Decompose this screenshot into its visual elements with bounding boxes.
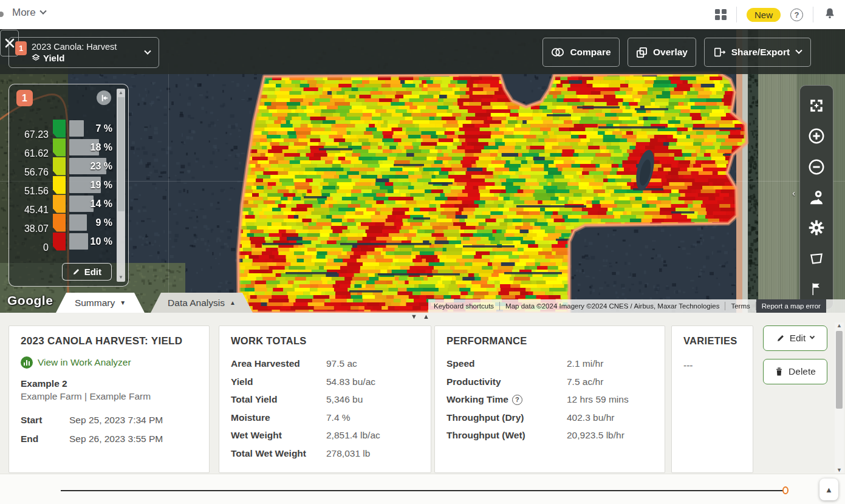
top-bar: More New ?	[0, 0, 845, 29]
stat-row: Area Harvested 97.5 ac	[231, 358, 419, 369]
toolbar-collapse-chevron[interactable]: ‹	[792, 188, 795, 198]
panel-resize-arrows[interactable]: ▼▲	[411, 313, 429, 320]
dataset-details-card: 2023 CANOLA HARVEST: YIELD View in Work …	[9, 325, 210, 473]
end-label: End	[21, 434, 69, 444]
collapse-down-icon[interactable]: ▼	[411, 313, 417, 320]
varieties-card: VARIETIES ---	[671, 325, 753, 473]
legend-number-badge: 1	[16, 90, 33, 106]
chevron-down-icon: ▼	[120, 299, 126, 306]
expand-panel-button[interactable]: ▲	[819, 478, 838, 500]
stat-label: Moisture	[231, 412, 326, 423]
stat-label: Wet Weight	[231, 430, 326, 441]
pencil-icon	[72, 268, 80, 276]
map-viewport[interactable]: 1 2023 Canola: Harvest Yield Compare Ove…	[0, 29, 845, 313]
fullscreen-icon[interactable]	[804, 94, 829, 118]
keyboard-shortcuts-link[interactable]: Keyboard shortcuts	[428, 302, 499, 310]
stat-row: Working Time? 12 hrs 59 mins	[446, 394, 653, 405]
performance-rows: Speed? 2.1 mi/hr Productivity? 7.5 ac/hr…	[446, 358, 653, 441]
scrollbar-thumb[interactable]	[836, 331, 843, 409]
legend-row: 67.23 7 %	[15, 119, 114, 138]
zoom-in-icon[interactable]	[804, 124, 829, 148]
edit-button[interactable]: Edit	[763, 325, 827, 351]
timeline-track[interactable]	[61, 490, 787, 491]
more-menu[interactable]: More	[12, 7, 46, 19]
legend-percent-bar	[69, 214, 87, 231]
legend-row: 56.76 23 %	[15, 157, 114, 175]
start-label: Start	[21, 415, 69, 426]
scroll-down-icon[interactable]: ▼	[835, 467, 844, 473]
stat-label: Speed	[446, 358, 475, 369]
polygon-tool-icon[interactable]	[804, 247, 829, 271]
stat-value: 278,031 lb	[326, 448, 370, 459]
scroll-up-icon[interactable]: ▲	[835, 322, 844, 329]
compare-button[interactable]: Compare	[542, 38, 620, 67]
stat-row: Speed? 2.1 mi/hr	[446, 358, 653, 369]
legend-percent-label: 14 %	[91, 199, 112, 209]
gear-icon[interactable]	[804, 216, 829, 240]
legend-scrollbar[interactable]: ▲ ▼	[117, 89, 125, 282]
trash-icon	[775, 367, 784, 376]
scroll-down-icon[interactable]: ▼	[117, 274, 125, 281]
work-analyzer-label: View in Work Analyzer	[38, 357, 131, 368]
stat-value: 402.3 bu/hr	[567, 412, 614, 423]
end-value: Sep 26, 2023 3:55 PM	[69, 434, 197, 444]
report-map-error-link[interactable]: Report a map error	[756, 299, 826, 313]
pegman-location-icon[interactable]	[804, 185, 829, 209]
chevron-down-icon	[39, 8, 46, 15]
stat-value: 12 hrs 59 mins	[567, 394, 629, 405]
overlay-icon	[636, 47, 648, 58]
chevron-down-icon	[796, 47, 802, 54]
share-export-button[interactable]: Share/Export	[704, 38, 811, 67]
help-icon[interactable]: ?	[790, 9, 803, 21]
stat-label: Throughput (Wet)	[446, 430, 525, 441]
view-in-work-analyzer-link[interactable]: View in Work Analyzer	[21, 356, 197, 369]
stat-row: Total Wet Weight 278,031 lb	[231, 448, 419, 459]
pencil-icon	[776, 334, 785, 342]
terms-link[interactable]: Terms	[725, 302, 755, 310]
delete-button[interactable]: Delete	[763, 359, 827, 384]
legend-row: 51.56 19 %	[15, 175, 114, 194]
apps-grid-icon[interactable]	[715, 9, 727, 21]
stat-value: 20,923.5 lb/hr	[567, 430, 624, 441]
performance-title: PERFORMANCE	[446, 335, 653, 347]
tab-data-analysis[interactable]: Data Analysis ▲	[151, 293, 253, 313]
timeline-handle[interactable]	[782, 486, 789, 494]
legend-rows: 67.23 7 % 61.62 18 % 56.76	[15, 119, 114, 251]
panel-scrollbar[interactable]: ▲ ▼	[835, 322, 844, 473]
map-toolbar	[799, 85, 833, 310]
legend-edit-button[interactable]: Edit	[62, 263, 112, 281]
flag-icon[interactable]	[804, 277, 829, 301]
overlay-button[interactable]: Overlay	[628, 38, 696, 67]
legend-row: 38.07 9 %	[15, 213, 114, 232]
help-icon[interactable]: ?	[512, 395, 522, 405]
start-value: Sep 25, 2023 7:34 PM	[69, 415, 197, 426]
google-logo[interactable]: Google	[7, 293, 53, 308]
legend-percent-label: 18 %	[91, 142, 112, 153]
layer-title: 2023 Canola: Harvest	[32, 42, 117, 52]
layer-selector[interactable]: 1 2023 Canola: Harvest Yield	[9, 37, 159, 68]
farm-name: Example Farm | Example Farm	[21, 391, 197, 402]
performance-card: PERFORMANCE Speed? 2.1 mi/hr Productivit…	[434, 325, 665, 473]
chevron-up-icon: ▲	[230, 299, 236, 306]
collapse-left-icon[interactable]	[97, 90, 111, 105]
zoom-out-icon[interactable]	[804, 155, 829, 179]
summary-panel: ▼▲ 2023 CANOLA HARVEST: YIELD View in Wo…	[0, 313, 845, 474]
legend-value: 0	[15, 242, 53, 253]
stat-row: Wet Weight 2,851.4 lb/ac	[231, 430, 419, 441]
share-export-icon	[714, 47, 726, 58]
legend-color-chip	[53, 120, 66, 138]
stat-row: Throughput (Dry)? 402.3 bu/hr	[446, 412, 653, 423]
bell-icon[interactable]	[823, 7, 836, 22]
varieties-title: VARIETIES	[683, 335, 741, 347]
tab-summary[interactable]: Summary ▼	[56, 293, 145, 313]
bar-chart-icon	[21, 356, 33, 369]
legend-row: 0 10 %	[15, 232, 114, 251]
chevron-down-icon	[810, 334, 815, 339]
new-badge[interactable]: New	[747, 8, 781, 22]
stat-row: Moisture 7.4 %	[231, 412, 419, 423]
stat-label: Total Wet Weight	[231, 448, 326, 459]
expand-up-icon[interactable]: ▲	[423, 313, 429, 320]
scroll-up-icon[interactable]: ▲	[117, 90, 125, 96]
stat-value: 7.5 ac/hr	[567, 376, 603, 387]
scrollbar-thumb[interactable]	[118, 97, 125, 211]
